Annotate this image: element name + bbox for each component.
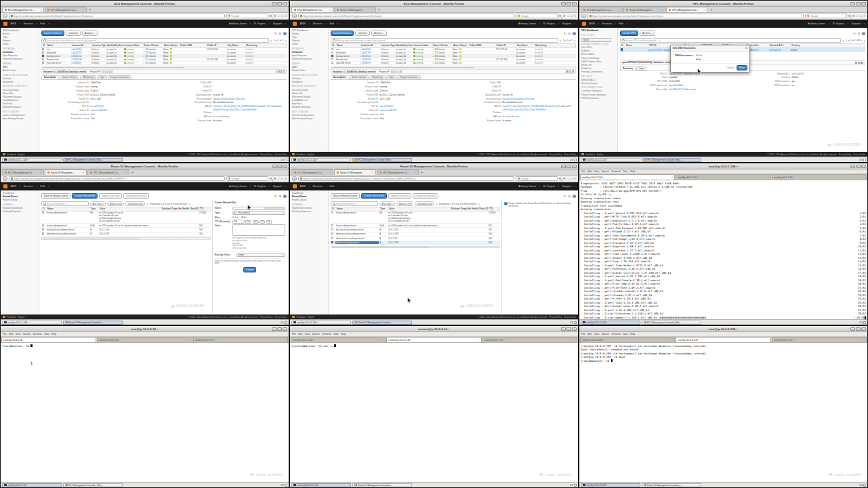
download-icon[interactable]: ↓ (856, 14, 858, 18)
tab-close-icon[interactable]: × (40, 171, 42, 174)
taskbar-window-button[interactable]: root@ip-10-0-1-144:~ (2, 321, 62, 325)
browser-tab[interactable]: Route 53 Managem...× (45, 169, 87, 175)
menu-item[interactable]: Terminal (611, 170, 620, 173)
aliases-only-toggle[interactable]: Aliases Only (107, 201, 124, 206)
col-instance-id[interactable]: Instance ID (71, 44, 91, 47)
search-icon[interactable] (270, 178, 272, 180)
row-checkbox[interactable] (42, 62, 44, 64)
browser-tab[interactable]: VPC Management Co...× (87, 169, 129, 175)
menu-item[interactable]: File (581, 170, 585, 173)
nav-aws[interactable]: AWS (11, 185, 17, 188)
search-icon[interactable] (848, 15, 851, 18)
sidebar-item[interactable]: Limits (3, 43, 39, 46)
search-icon[interactable] (270, 15, 272, 18)
alarm-status[interactable]: None (452, 58, 468, 61)
taskbar-window-button[interactable]: root@ip-10-0-0-199:~ (581, 483, 640, 487)
sidebar-item[interactable]: Network Interfaces (3, 106, 39, 109)
row-checkbox[interactable] (42, 48, 44, 50)
window-titlebar[interactable]: root@ip-10-0-2-16:~ (1, 326, 289, 332)
page-next-icon[interactable]: ❯ (863, 39, 865, 42)
page-next-icon[interactable]: ❯ (478, 203, 480, 205)
radio-yes-icon[interactable] (696, 54, 698, 56)
close-button[interactable] (861, 165, 866, 169)
tab-close-icon[interactable]: × (40, 9, 42, 11)
menu-item[interactable]: Terminal (33, 333, 41, 336)
menu-icon[interactable]: ≡ (863, 14, 865, 18)
menu-item[interactable]: Help (630, 170, 635, 173)
browser-tab[interactable]: EC2 Management Co...× (581, 7, 623, 12)
sidebar-item[interactable]: VPC Dashboard (581, 29, 617, 33)
menu-item[interactable]: View (16, 333, 21, 336)
close-button[interactable] (283, 2, 287, 6)
taskbar-window-button[interactable]: EC2 Management Console - Moz... (63, 483, 123, 487)
horizontal-scrollbar[interactable] (41, 237, 211, 240)
browser-tab[interactable]: Route 53 Managem...× (334, 169, 376, 175)
tab-close-icon[interactable]: × (661, 9, 663, 11)
nav-support[interactable]: Support (852, 22, 861, 25)
url-input[interactable]: https://console.aws.amazon.com/route53/h… (9, 176, 225, 181)
clear-icon[interactable]: × (355, 203, 357, 205)
menu-item[interactable]: View (594, 333, 600, 336)
alarm-status[interactable]: None (163, 58, 179, 61)
refresh-icon[interactable]: ↻ (564, 32, 566, 35)
actions-button[interactable]: Actions▾ (640, 30, 655, 36)
row-checkbox[interactable] (331, 211, 333, 214)
url-input[interactable]: https://console.aws.amazon.com/ec2/v2/ho… (298, 14, 514, 18)
col-status-checks[interactable]: Status Checks (432, 44, 453, 47)
bookmark-star-icon[interactable]: ★ (563, 177, 566, 180)
row-checkbox[interactable] (42, 211, 44, 214)
create-button[interactable]: Create (243, 267, 256, 272)
sidebar-item[interactable]: VPN Connections (581, 97, 617, 100)
terms-link[interactable]: Terms of Use (274, 316, 287, 319)
workspace-pager[interactable]: 1/4 (570, 321, 577, 324)
taskbar-window-button[interactable]: EC2 Management Console | Moz... (352, 158, 412, 162)
new-tab-button[interactable]: + (376, 7, 382, 12)
refresh-icon[interactable]: ↻ (853, 32, 856, 35)
col-instance-type[interactable]: Instance Type (381, 44, 396, 47)
col-key-name[interactable]: Key Name (516, 44, 535, 47)
col-status-checks[interactable]: Status Checks (143, 44, 163, 47)
maximize-button[interactable] (277, 2, 282, 6)
language-button[interactable]: English (18, 316, 25, 319)
refresh-icon[interactable]: ↻ (564, 195, 566, 198)
row-checkbox[interactable] (42, 232, 44, 235)
col-ttl[interactable]: TTL (199, 207, 209, 210)
col-evaluate-target-health[interactable]: Evaluate Target Health (161, 207, 182, 210)
terms-link[interactable]: Terms of Use (274, 153, 287, 156)
page-prev-icon[interactable]: ❮ (560, 39, 562, 42)
sidebar-item[interactable]: Health Checks (3, 199, 39, 202)
tab-close-icon[interactable]: × (372, 9, 374, 11)
tab-close-icon[interactable]: × (415, 171, 417, 174)
sidebar-item[interactable]: Pending Requests (3, 210, 39, 214)
nav-user[interactable]: Anthony James (229, 22, 247, 25)
feedback-button[interactable]: Feedback (297, 153, 306, 156)
create-record-set-button[interactable]: Create Record Set (361, 193, 387, 199)
minimize-button[interactable] (272, 2, 276, 6)
nav-region[interactable]: N. Virginia (254, 22, 266, 25)
row-checkbox[interactable] (331, 228, 333, 230)
nav-user[interactable]: Anthony James (518, 22, 536, 25)
maximize-button[interactable] (566, 2, 571, 6)
nav-edit[interactable]: Edit (41, 185, 45, 188)
col-state[interactable]: Instance State (124, 44, 143, 47)
page-next-icon[interactable]: ❯ (574, 39, 576, 42)
tab-close-icon[interactable]: × (93, 338, 94, 342)
aliases-only-toggle[interactable]: Aliases Only (396, 201, 413, 206)
privacy-link[interactable]: Privacy Policy (550, 153, 562, 156)
nav-services[interactable]: Services (313, 22, 323, 25)
menu-item[interactable]: Search (312, 333, 320, 336)
any-type-dropdown[interactable]: Any Type ▾ (379, 201, 395, 206)
nav-aws[interactable]: AWS (300, 185, 306, 188)
workspace-pager[interactable]: 1/4 (281, 484, 287, 487)
minimize-button[interactable] (850, 165, 855, 169)
taskbar-window-button[interactable]: root@ip-10-0-1-144:~ (2, 158, 62, 162)
menu-icon[interactable]: ≡ (574, 177, 576, 180)
window-titlebar[interactable]: EC2 Management Console - Mozilla Firefox (1, 1, 289, 7)
sidebar-item[interactable]: Auto Scaling Groups (3, 117, 39, 121)
actions-button[interactable]: Actions▾ (82, 30, 98, 36)
clear-icon[interactable]: × (66, 203, 68, 205)
workspace-pager[interactable]: 1/4 (859, 159, 866, 161)
gear-icon[interactable]: ⚙ (568, 195, 571, 198)
nav-services[interactable]: Services (313, 185, 323, 188)
terminal-tab[interactable]: root@ip-10-0-1-144:~× (291, 337, 386, 342)
